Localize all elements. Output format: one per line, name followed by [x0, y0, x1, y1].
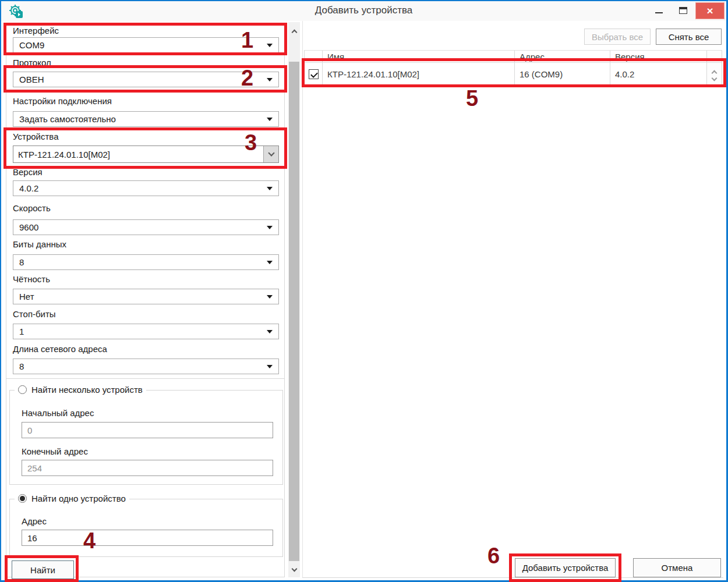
protocol-select[interactable]: ОВЕН — [13, 72, 279, 87]
row-checkbox-cell — [304, 63, 323, 86]
select-all-button[interactable]: Выбрать все — [584, 29, 651, 45]
parity-select[interactable]: Нет — [13, 289, 279, 304]
left-panel-scrollbar[interactable] — [288, 22, 300, 577]
close-icon: × — [706, 5, 713, 17]
chevron-down-icon — [267, 118, 273, 121]
devices-table: Имя Адрес Версия КТР-121.24.01.10[М02] 1… — [304, 50, 722, 86]
chevron-down-icon — [267, 187, 273, 190]
chevron-down-icon — [267, 330, 273, 333]
start-address-label: Начальный адрес — [22, 408, 94, 420]
row-address-cell: 16 (COM9) — [515, 63, 610, 86]
minimize-icon — [655, 12, 663, 13]
chevron-down-icon — [267, 295, 273, 299]
cancel-button[interactable]: Отмена — [633, 558, 721, 577]
stop-bits-select[interactable]: 1 — [13, 324, 279, 339]
chevron-up-icon — [712, 70, 718, 76]
add-devices-button[interactable]: Добавить устройства — [515, 558, 616, 577]
address-length-select[interactable]: 8 — [13, 359, 279, 374]
minimize-button[interactable] — [646, 1, 671, 19]
chevron-down-icon — [291, 566, 297, 572]
annotation-number-5: 5 — [466, 86, 478, 111]
table-header: Имя Адрес Версия — [304, 50, 722, 63]
protocol-label: Протокол — [13, 58, 51, 69]
address-input[interactable]: 16 — [22, 530, 273, 546]
devices-combobox[interactable]: КТР-121.24.01.10[М02] — [13, 146, 279, 163]
dialog-title: Добавить устройства — [1, 5, 726, 16]
chevron-down-icon — [267, 78, 273, 81]
chevron-down-icon — [267, 44, 273, 47]
chevron-down-icon — [268, 150, 274, 156]
version-label: Версия — [13, 167, 43, 179]
footer-divider — [302, 577, 723, 578]
parity-label: Чётность — [13, 274, 50, 286]
scroll-down-button[interactable] — [288, 565, 300, 575]
start-address-input[interactable]: 0 — [22, 422, 273, 438]
find-single-radio[interactable] — [18, 494, 27, 503]
address-label: Адрес — [22, 516, 47, 528]
data-bits-label: Биты данных — [13, 239, 66, 251]
chevron-down-icon — [267, 365, 273, 368]
add-devices-dialog: Добавить устройства × Интерфейс COM9 Про… — [0, 0, 728, 582]
device-checkbox[interactable] — [309, 69, 319, 79]
maximize-icon — [679, 7, 687, 14]
interface-select[interactable]: COM9 — [13, 37, 279, 53]
fields-group-divider — [6, 378, 285, 379]
stop-bits-label: Стоп-биты — [13, 309, 56, 321]
chevron-down-icon — [267, 261, 273, 264]
speed-label: Скорость — [13, 203, 51, 215]
title-bar: Добавить устройства × — [1, 1, 726, 21]
find-button[interactable]: Найти — [12, 560, 74, 579]
header-address[interactable]: Адрес — [515, 51, 610, 62]
data-bits-select[interactable]: 8 — [13, 254, 279, 270]
end-address-label: Конечный адрес — [22, 446, 88, 458]
header-version[interactable]: Версия — [610, 51, 707, 62]
chevron-up-icon — [291, 29, 297, 35]
devices-label: Устройства — [13, 132, 58, 143]
find-multiple-radio[interactable] — [18, 385, 27, 394]
version-select[interactable]: 4.0.2 — [13, 180, 279, 196]
header-scroll-column — [707, 51, 722, 62]
end-address-input[interactable]: 254 — [22, 460, 273, 476]
chevron-down-icon — [712, 75, 718, 81]
row-version-cell: 4.0.2 — [610, 63, 707, 86]
table-row[interactable]: КТР-121.24.01.10[М02] 16 (COM9) 4.0.2 — [304, 63, 722, 86]
find-multiple-label: Найти несколько устройств — [31, 385, 143, 395]
annotation-number-6: 6 — [487, 544, 500, 569]
row-name-cell: КТР-121.24.01.10[М02] — [323, 63, 515, 86]
connection-settings-label: Настройки подключения — [13, 96, 112, 108]
interface-label: Интерфейс — [13, 26, 59, 37]
header-checkbox-column — [304, 51, 323, 62]
header-name[interactable]: Имя — [323, 51, 515, 62]
find-single-label: Найти одно устройство — [31, 494, 126, 503]
scrollbar-thumb[interactable] — [289, 62, 299, 561]
close-button[interactable]: × — [695, 2, 725, 19]
scroll-up-button[interactable] — [288, 26, 300, 36]
find-multiple-group: Найти несколько устройств Начальный адре… — [9, 390, 283, 485]
connection-settings-select[interactable]: Задать самостоятельно — [13, 111, 279, 127]
table-scrollbar[interactable] — [707, 63, 722, 86]
speed-select[interactable]: 9600 — [13, 219, 279, 235]
panel-separator — [302, 21, 303, 577]
combobox-dropdown-button[interactable] — [263, 146, 278, 162]
find-single-group: Найти одно устройство Адрес 16 — [9, 499, 283, 557]
deselect-all-button[interactable]: Снять все — [656, 29, 722, 45]
maximize-button[interactable] — [671, 1, 695, 19]
chevron-down-icon — [267, 226, 273, 229]
address-length-label: Длина сетевого адреса — [13, 344, 107, 356]
